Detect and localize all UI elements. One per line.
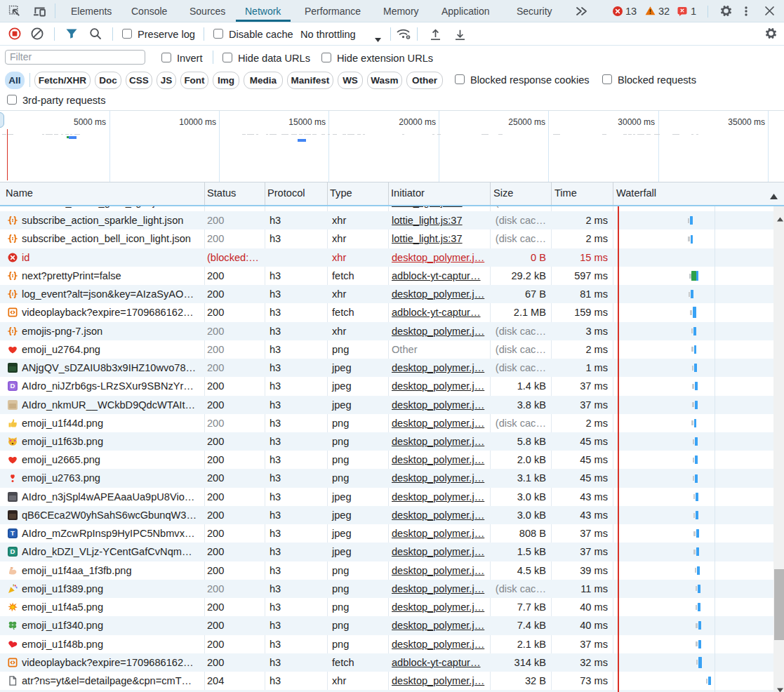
svg-text:D: D — [11, 548, 15, 556]
svg-text:T: T — [11, 530, 15, 538]
svg-text:D: D — [11, 382, 15, 390]
